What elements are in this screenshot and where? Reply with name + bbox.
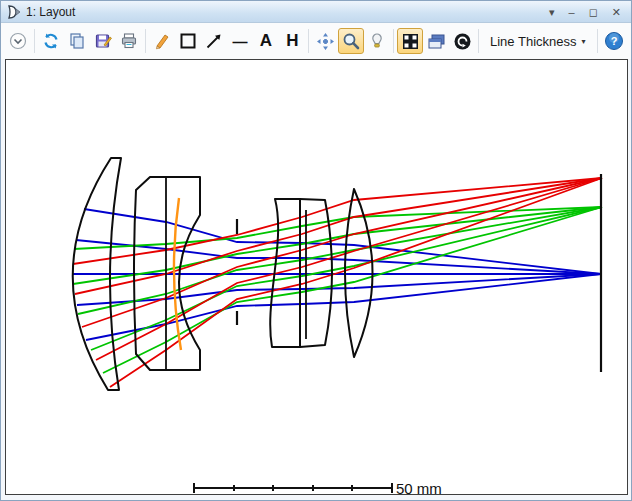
reset-view-button[interactable] <box>449 28 475 54</box>
pan-icon <box>316 32 335 51</box>
save-button[interactable] <box>90 28 116 54</box>
window-layers-button[interactable] <box>423 28 449 54</box>
pencil-tool-button[interactable] <box>149 28 175 54</box>
svg-text:?: ? <box>610 35 617 47</box>
fit-window-button[interactable] <box>397 28 423 54</box>
close-button[interactable]: ✕ <box>612 2 621 22</box>
toolbar-separator <box>34 29 35 53</box>
line-tool-button[interactable]: — <box>227 28 253 54</box>
dimension-tool-button[interactable]: H <box>279 28 305 54</box>
scale-bar: 50 mm <box>194 480 442 494</box>
text-tool-icon: A <box>260 31 272 51</box>
window-title: 1: Layout <box>26 5 549 19</box>
toolbar-separator <box>597 29 598 53</box>
fit-window-icon <box>401 32 420 51</box>
toolbar: — A H <box>1 23 631 59</box>
print-icon <box>120 32 138 50</box>
copy-icon <box>68 32 86 50</box>
arrow-tool-button[interactable] <box>201 28 227 54</box>
collapse-toolbar-button[interactable] <box>5 28 31 54</box>
overlapping-windows-icon <box>427 32 446 51</box>
collapse-chevron-icon <box>9 32 27 50</box>
minimize-button[interactable]: – <box>569 2 575 22</box>
dimension-tool-icon: H <box>286 31 297 51</box>
scale-bar-label: 50 mm <box>396 480 442 494</box>
title-bar[interactable]: 1: Layout ▾ – ◻ ✕ <box>1 1 631 23</box>
text-tool-button[interactable]: A <box>253 28 279 54</box>
print-button[interactable] <box>116 28 142 54</box>
toolbar-separator <box>478 29 479 53</box>
lamp-icon <box>368 32 386 50</box>
ray-fans <box>73 178 602 387</box>
help-icon: ? <box>604 31 624 51</box>
rectangle-icon <box>179 32 197 50</box>
maximize-button[interactable]: ◻ <box>589 2 598 22</box>
line-thickness-label: Line Thickness <box>490 34 576 49</box>
layout-window: 1: Layout ▾ – ◻ ✕ <box>0 0 632 501</box>
save-icon <box>94 32 112 50</box>
toolbar-separator <box>393 29 394 53</box>
ray-green <box>78 207 602 314</box>
copy-button[interactable] <box>64 28 90 54</box>
refresh-button[interactable] <box>38 28 64 54</box>
toolbar-separator <box>308 29 309 53</box>
help-button[interactable]: ? <box>601 28 627 54</box>
zoom-tool-button[interactable] <box>338 28 364 54</box>
line-icon: — <box>233 33 248 50</box>
refresh-icon <box>42 32 60 50</box>
ray-blue <box>77 274 601 305</box>
layout-canvas[interactable]: 50 mm <box>5 59 628 495</box>
pan-tool-button[interactable] <box>312 28 338 54</box>
pencil-icon <box>153 32 171 50</box>
toolbar-separator <box>145 29 146 53</box>
reset-clock-icon <box>453 32 472 51</box>
lens-layout-icon <box>6 5 22 19</box>
pin-dropdown-button[interactable]: ▾ <box>549 2 555 22</box>
line-thickness-dropdown[interactable]: Line Thickness ▾ <box>482 28 594 54</box>
chevron-down-icon: ▾ <box>581 37 585 46</box>
ray-green <box>74 207 602 249</box>
lamp-button[interactable] <box>364 28 390 54</box>
arrow-icon <box>205 32 223 50</box>
rectangle-tool-button[interactable] <box>175 28 201 54</box>
zoom-magnifier-icon <box>342 32 360 50</box>
lens-layout-drawing: 50 mm <box>6 60 627 494</box>
